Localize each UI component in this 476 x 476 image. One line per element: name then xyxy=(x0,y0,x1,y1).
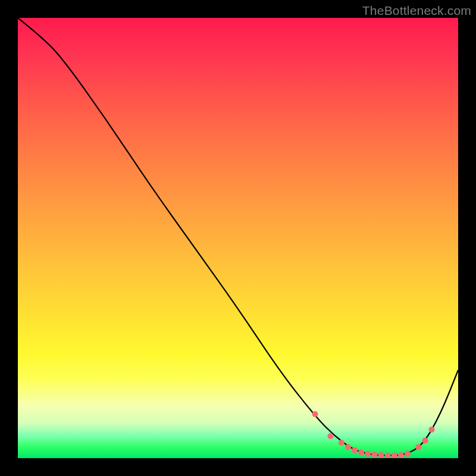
curve-markers xyxy=(312,411,435,458)
chart-svg xyxy=(18,18,458,458)
curve-marker xyxy=(339,440,345,446)
curve-marker xyxy=(429,427,435,433)
watermark-label: TheBottleneck.com xyxy=(362,4,471,18)
chart-plot-area xyxy=(18,18,458,458)
curve-marker xyxy=(415,444,421,450)
bottleneck-curve xyxy=(18,18,458,455)
curve-marker xyxy=(385,453,391,458)
curve-marker xyxy=(327,433,333,439)
curve-marker xyxy=(378,452,384,458)
curve-marker xyxy=(312,411,318,417)
curve-marker xyxy=(392,453,397,458)
curve-marker xyxy=(371,452,377,458)
curve-marker xyxy=(345,444,351,450)
curve-marker xyxy=(352,447,358,453)
chart-stage: TheBottleneck.com xyxy=(0,0,476,476)
curve-marker xyxy=(405,451,411,457)
curve-marker xyxy=(398,452,404,458)
curve-marker xyxy=(365,451,371,457)
curve-marker xyxy=(422,437,428,443)
curve-marker xyxy=(358,449,364,455)
